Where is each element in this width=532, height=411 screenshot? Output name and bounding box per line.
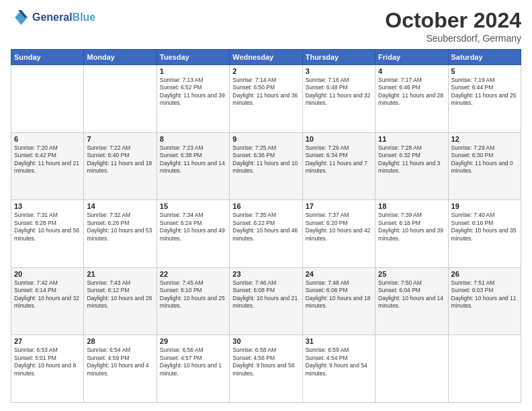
- cell-info: Sunrise: 7:50 AMSunset: 6:04 PMDaylight:…: [378, 279, 445, 310]
- cell-info: Sunrise: 7:32 AMSunset: 6:26 PMDaylight:…: [87, 212, 153, 242]
- cell-day-number: 1: [160, 67, 226, 75]
- cell-info: Sunrise: 7:22 AMSunset: 6:40 PMDaylight:…: [87, 144, 153, 175]
- calendar-cell: 25Sunrise: 7:50 AMSunset: 6:04 PMDayligh…: [375, 267, 448, 335]
- calendar-header-friday: Friday: [375, 50, 448, 65]
- cell-info: Sunrise: 7:48 AMSunset: 6:06 PMDaylight:…: [306, 279, 372, 310]
- cell-day-number: 28: [87, 337, 153, 345]
- cell-info: Sunrise: 6:53 AMSunset: 5:01 PMDaylight:…: [14, 347, 81, 377]
- cell-info: Sunrise: 7:26 AMSunset: 6:34 PMDaylight:…: [306, 144, 372, 175]
- calendar-cell: 7Sunrise: 7:22 AMSunset: 6:40 PMDaylight…: [84, 132, 157, 200]
- logo-general: General: [32, 11, 73, 23]
- page: GeneralBlue October 2024 Seubersdorf, Ge…: [0, 0, 532, 411]
- cell-day-number: 10: [306, 135, 372, 143]
- cell-info: Sunrise: 7:19 AMSunset: 6:44 PMDaylight:…: [451, 77, 518, 107]
- cell-day-number: 9: [232, 135, 299, 143]
- calendar-cell: [375, 335, 448, 403]
- calendar-cell: 18Sunrise: 7:39 AMSunset: 6:18 PMDayligh…: [375, 200, 448, 268]
- calendar-cell: 17Sunrise: 7:37 AMSunset: 6:20 PMDayligh…: [302, 200, 375, 268]
- cell-day-number: 25: [378, 270, 445, 278]
- cell-day-number: 2: [232, 67, 299, 75]
- cell-info: Sunrise: 7:14 AMSunset: 6:50 PMDaylight:…: [232, 77, 299, 107]
- calendar-cell: 13Sunrise: 7:31 AMSunset: 6:28 PMDayligh…: [11, 200, 84, 268]
- cell-info: Sunrise: 7:25 AMSunset: 6:36 PMDaylight:…: [232, 144, 299, 175]
- cell-day-number: 6: [14, 135, 81, 143]
- location: Seubersdorf, Germany: [385, 33, 521, 44]
- cell-day-number: 27: [14, 337, 81, 345]
- calendar-cell: 2Sunrise: 7:14 AMSunset: 6:50 PMDaylight…: [230, 65, 302, 133]
- cell-info: Sunrise: 7:13 AMSunset: 6:52 PMDaylight:…: [160, 77, 226, 107]
- cell-info: Sunrise: 7:51 AMSunset: 6:03 PMDaylight:…: [451, 279, 518, 310]
- cell-day-number: 19: [451, 202, 518, 210]
- cell-day-number: 13: [14, 202, 81, 210]
- calendar-cell: 3Sunrise: 7:16 AMSunset: 6:48 PMDaylight…: [302, 65, 375, 133]
- calendar-cell: 15Sunrise: 7:34 AMSunset: 6:24 PMDayligh…: [157, 200, 229, 268]
- logo-blue: Blue: [73, 11, 96, 23]
- logo-text: GeneralBlue: [32, 11, 95, 24]
- cell-day-number: 8: [160, 135, 226, 143]
- calendar-week-row: 1Sunrise: 7:13 AMSunset: 6:52 PMDaylight…: [11, 65, 521, 133]
- logo-icon: [11, 8, 30, 27]
- cell-info: Sunrise: 7:42 AMSunset: 6:14 PMDaylight:…: [14, 279, 81, 310]
- cell-info: Sunrise: 7:35 AMSunset: 6:22 PMDaylight:…: [232, 212, 299, 242]
- logo: GeneralBlue: [11, 8, 95, 27]
- cell-day-number: 5: [451, 67, 518, 75]
- cell-day-number: 16: [232, 202, 299, 210]
- cell-info: Sunrise: 7:46 AMSunset: 6:08 PMDaylight:…: [232, 279, 299, 310]
- calendar-header-saturday: Saturday: [448, 50, 521, 65]
- cell-info: Sunrise: 7:29 AMSunset: 6:30 PMDaylight:…: [451, 144, 518, 175]
- cell-info: Sunrise: 7:40 AMSunset: 6:16 PMDaylight:…: [451, 212, 518, 242]
- cell-info: Sunrise: 7:20 AMSunset: 6:42 PMDaylight:…: [14, 144, 81, 175]
- calendar-cell: [448, 335, 521, 403]
- cell-info: Sunrise: 7:16 AMSunset: 6:48 PMDaylight:…: [306, 77, 372, 107]
- cell-day-number: 3: [306, 67, 372, 75]
- calendar-cell: 22Sunrise: 7:45 AMSunset: 6:10 PMDayligh…: [157, 267, 229, 335]
- cell-info: Sunrise: 7:45 AMSunset: 6:10 PMDaylight:…: [160, 279, 226, 310]
- calendar-header-wednesday: Wednesday: [230, 50, 302, 65]
- calendar-cell: 24Sunrise: 7:48 AMSunset: 6:06 PMDayligh…: [302, 267, 375, 335]
- calendar-week-row: 6Sunrise: 7:20 AMSunset: 6:42 PMDaylight…: [11, 132, 521, 200]
- cell-day-number: 17: [306, 202, 372, 210]
- cell-day-number: 21: [87, 270, 153, 278]
- cell-day-number: 4: [378, 67, 445, 75]
- calendar-header-row: SundayMondayTuesdayWednesdayThursdayFrid…: [11, 50, 521, 65]
- calendar-cell: 27Sunrise: 6:53 AMSunset: 5:01 PMDayligh…: [11, 335, 84, 403]
- cell-day-number: 22: [160, 270, 226, 278]
- cell-info: Sunrise: 7:39 AMSunset: 6:18 PMDaylight:…: [378, 212, 445, 242]
- calendar-table: SundayMondayTuesdayWednesdayThursdayFrid…: [11, 49, 521, 403]
- calendar-cell: 10Sunrise: 7:26 AMSunset: 6:34 PMDayligh…: [302, 132, 375, 200]
- calendar-cell: 5Sunrise: 7:19 AMSunset: 6:44 PMDaylight…: [448, 65, 521, 133]
- cell-info: Sunrise: 6:58 AMSunset: 4:56 PMDaylight:…: [232, 347, 299, 377]
- cell-info: Sunrise: 7:31 AMSunset: 6:28 PMDaylight:…: [14, 212, 81, 242]
- cell-day-number: 18: [378, 202, 445, 210]
- cell-day-number: 29: [160, 337, 226, 345]
- calendar-cell: 21Sunrise: 7:43 AMSunset: 6:12 PMDayligh…: [84, 267, 157, 335]
- cell-info: Sunrise: 6:56 AMSunset: 4:57 PMDaylight:…: [160, 347, 226, 377]
- calendar-header-thursday: Thursday: [302, 50, 375, 65]
- cell-day-number: 31: [306, 337, 372, 345]
- cell-info: Sunrise: 7:17 AMSunset: 6:46 PMDaylight:…: [378, 77, 445, 107]
- calendar-cell: 4Sunrise: 7:17 AMSunset: 6:46 PMDaylight…: [375, 65, 448, 133]
- calendar-cell: 9Sunrise: 7:25 AMSunset: 6:36 PMDaylight…: [230, 132, 302, 200]
- calendar-cell: 28Sunrise: 6:54 AMSunset: 4:59 PMDayligh…: [84, 335, 157, 403]
- calendar-cell: 20Sunrise: 7:42 AMSunset: 6:14 PMDayligh…: [11, 267, 84, 335]
- cell-info: Sunrise: 7:37 AMSunset: 6:20 PMDaylight:…: [306, 212, 372, 242]
- header: GeneralBlue October 2024 Seubersdorf, Ge…: [11, 8, 521, 44]
- cell-info: Sunrise: 6:54 AMSunset: 4:59 PMDaylight:…: [87, 347, 153, 377]
- calendar-cell: 8Sunrise: 7:23 AMSunset: 6:38 PMDaylight…: [157, 132, 229, 200]
- cell-day-number: 11: [378, 135, 445, 143]
- calendar-cell: 26Sunrise: 7:51 AMSunset: 6:03 PMDayligh…: [448, 267, 521, 335]
- calendar-cell: 29Sunrise: 6:56 AMSunset: 4:57 PMDayligh…: [157, 335, 229, 403]
- calendar-header-monday: Monday: [84, 50, 157, 65]
- month-title: October 2024: [385, 8, 521, 33]
- calendar-cell: 12Sunrise: 7:29 AMSunset: 6:30 PMDayligh…: [448, 132, 521, 200]
- calendar-cell: 30Sunrise: 6:58 AMSunset: 4:56 PMDayligh…: [230, 335, 302, 403]
- cell-day-number: 23: [232, 270, 299, 278]
- cell-day-number: 24: [306, 270, 372, 278]
- calendar-cell: 6Sunrise: 7:20 AMSunset: 6:42 PMDaylight…: [11, 132, 84, 200]
- calendar-cell: 23Sunrise: 7:46 AMSunset: 6:08 PMDayligh…: [230, 267, 302, 335]
- cell-info: Sunrise: 7:28 AMSunset: 6:32 PMDaylight:…: [378, 144, 445, 175]
- cell-info: Sunrise: 6:59 AMSunset: 4:54 PMDaylight:…: [306, 347, 372, 377]
- cell-day-number: 15: [160, 202, 226, 210]
- calendar-cell: 31Sunrise: 6:59 AMSunset: 4:54 PMDayligh…: [302, 335, 375, 403]
- calendar-cell: 19Sunrise: 7:40 AMSunset: 6:16 PMDayligh…: [448, 200, 521, 268]
